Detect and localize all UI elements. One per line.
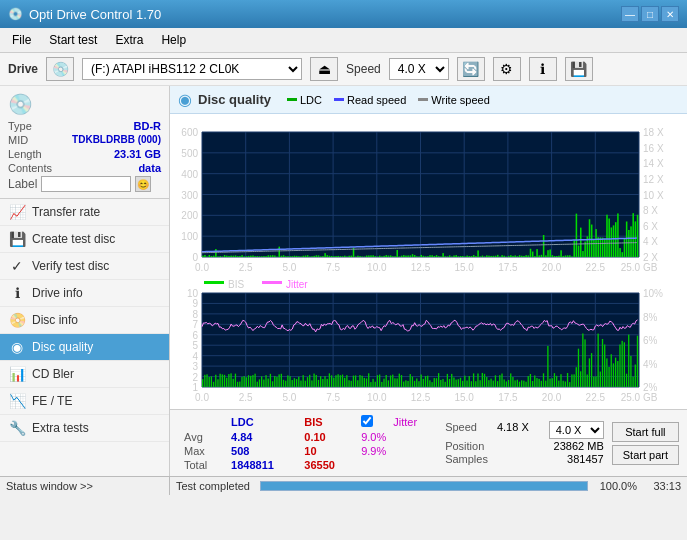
- title-bar: 💿 Opti Drive Control 1.70 — □ ✕: [0, 0, 687, 28]
- stats-panel: LDC BIS Jitter Avg 4.84 0.10 9.0%: [170, 409, 687, 476]
- action-buttons: Start full Start part: [612, 422, 679, 465]
- sidebar-item-transfer-rate[interactable]: 📈 Transfer rate: [0, 199, 169, 226]
- sidebar-item-drive-info[interactable]: ℹ Drive info: [0, 280, 169, 307]
- write-speed-dot: [418, 98, 428, 101]
- max-jitter: 9.9%: [355, 444, 435, 458]
- charts-area: [170, 114, 687, 409]
- verify-test-disc-icon: ✓: [8, 258, 26, 274]
- disc-info-panel: 💿 Type BD-R MID TDKBLDRBB (000) Length 2…: [0, 86, 169, 199]
- total-ldc: 1848811: [225, 458, 298, 472]
- info-btn[interactable]: ℹ: [529, 57, 557, 81]
- disc-length-row: Length 23.31 GB: [8, 148, 161, 160]
- close-button[interactable]: ✕: [661, 6, 679, 22]
- menu-extra[interactable]: Extra: [107, 30, 151, 50]
- cd-bler-label: CD Bler: [32, 367, 74, 381]
- label-input[interactable]: [41, 176, 131, 192]
- ldc-legend-label: LDC: [300, 94, 322, 106]
- disc-mid-row: MID TDKBLDRBB (000): [8, 134, 161, 146]
- extra-tests-icon: 🔧: [8, 420, 26, 436]
- avg-bis: 0.10: [298, 430, 355, 444]
- drive-select[interactable]: (F:) ATAPI iHBS112 2 CL0K: [82, 58, 302, 80]
- cd-bler-icon: 📊: [8, 366, 26, 382]
- type-value: BD-R: [134, 120, 162, 132]
- status-window-btn[interactable]: Status window >>: [0, 477, 170, 495]
- sidebar-item-cd-bler[interactable]: 📊 CD Bler: [0, 361, 169, 388]
- sidebar-nav: 📈 Transfer rate 💾 Create test disc ✓ Ver…: [0, 199, 169, 476]
- sidebar-item-extra-tests[interactable]: 🔧 Extra tests: [0, 415, 169, 442]
- app-title: Opti Drive Control 1.70: [29, 7, 161, 22]
- speed-row: Speed 4.18 X 4.0 X: [445, 421, 604, 439]
- disc-quality-label: Disc quality: [32, 340, 93, 354]
- sidebar-item-create-test-disc[interactable]: 💾 Create test disc: [0, 226, 169, 253]
- disc-info-header: 💿: [8, 92, 161, 116]
- transfer-rate-icon: 📈: [8, 204, 26, 220]
- avg-jitter: 9.0%: [355, 430, 435, 444]
- type-label: Type: [8, 120, 32, 132]
- position-label: Position: [445, 440, 484, 452]
- maximize-button[interactable]: □: [641, 6, 659, 22]
- create-test-disc-label: Create test disc: [32, 232, 115, 246]
- test-completed-bar: Test completed 100.0% 33:13: [170, 480, 687, 492]
- fe-te-icon: 📉: [8, 393, 26, 409]
- speed-stat-label: Speed: [445, 421, 477, 439]
- sidebar-item-fe-te[interactable]: 📉 FE / TE: [0, 388, 169, 415]
- verify-test-disc-label: Verify test disc: [32, 259, 109, 273]
- drive-label: Drive: [8, 62, 38, 76]
- menu-file[interactable]: File: [4, 30, 39, 50]
- settings-btn[interactable]: ⚙: [493, 57, 521, 81]
- max-ldc: 508: [225, 444, 298, 458]
- stats-header-row: LDC BIS Jitter: [178, 414, 435, 430]
- sidebar-item-verify-test-disc[interactable]: ✓ Verify test disc: [0, 253, 169, 280]
- position-value: 23862 MB: [554, 440, 604, 452]
- eject-btn[interactable]: ⏏: [310, 57, 338, 81]
- menu-help[interactable]: Help: [153, 30, 194, 50]
- drive-info-icon: ℹ: [8, 285, 26, 301]
- contents-value: data: [138, 162, 161, 174]
- progress-pct: 100.0%: [592, 480, 637, 492]
- avg-ldc: 4.84: [225, 430, 298, 444]
- jitter-header: Jitter: [387, 414, 435, 430]
- stats-row: LDC BIS Jitter Avg 4.84 0.10 9.0%: [178, 414, 679, 472]
- length-label: Length: [8, 148, 42, 160]
- position-row: Position 23862 MB: [445, 440, 604, 452]
- save-btn[interactable]: 💾: [565, 57, 593, 81]
- elapsed-time: 33:13: [641, 480, 681, 492]
- bottom-status-row: Status window >> Test completed 100.0% 3…: [0, 476, 687, 494]
- sidebar-item-disc-quality[interactable]: ◉ Disc quality: [0, 334, 169, 361]
- menu-start-test[interactable]: Start test: [41, 30, 105, 50]
- refresh-btn[interactable]: 🔄: [457, 57, 485, 81]
- disc-contents-row: Contents data: [8, 162, 161, 174]
- speed-stat-value: 4.18 X: [497, 421, 529, 439]
- legend: LDC Read speed Write speed: [287, 94, 490, 106]
- jitter-checkbox[interactable]: [361, 415, 373, 427]
- speed-stat-select[interactable]: 4.0 X: [549, 421, 604, 439]
- label-icon[interactable]: 😊: [135, 176, 151, 192]
- label-row: Label 😊: [8, 176, 161, 192]
- stats-max-row: Max 508 10 9.9%: [178, 444, 435, 458]
- progress-bar: [260, 481, 588, 491]
- chart-top-canvas: [170, 114, 687, 279]
- sidebar-item-disc-info[interactable]: 📀 Disc info: [0, 307, 169, 334]
- start-full-button[interactable]: Start full: [612, 422, 679, 442]
- drive-info-label: Drive info: [32, 286, 83, 300]
- sidebar: 💿 Type BD-R MID TDKBLDRBB (000) Length 2…: [0, 86, 170, 476]
- samples-value: 381457: [567, 453, 604, 465]
- mid-label: MID: [8, 134, 28, 146]
- start-part-button[interactable]: Start part: [612, 445, 679, 465]
- max-bis: 10: [298, 444, 355, 458]
- contents-label: Contents: [8, 162, 52, 174]
- ldc-header: LDC: [225, 414, 298, 430]
- progress-bar-fill: [261, 482, 587, 490]
- speed-info: Speed 4.18 X 4.0 X Position 23862 MB Sam…: [445, 421, 604, 466]
- legend-read-speed: Read speed: [334, 94, 406, 106]
- read-speed-legend-label: Read speed: [347, 94, 406, 106]
- fe-te-label: FE / TE: [32, 394, 72, 408]
- total-label: Total: [178, 458, 225, 472]
- speed-select[interactable]: 4.0 X: [389, 58, 449, 80]
- minimize-button[interactable]: —: [621, 6, 639, 22]
- title-bar-controls: — □ ✕: [621, 6, 679, 22]
- drive-icon-btn[interactable]: 💿: [46, 57, 74, 81]
- bis-header: BIS: [298, 414, 355, 430]
- samples-row: Samples 381457: [445, 453, 604, 465]
- menu-bar: File Start test Extra Help: [0, 28, 687, 53]
